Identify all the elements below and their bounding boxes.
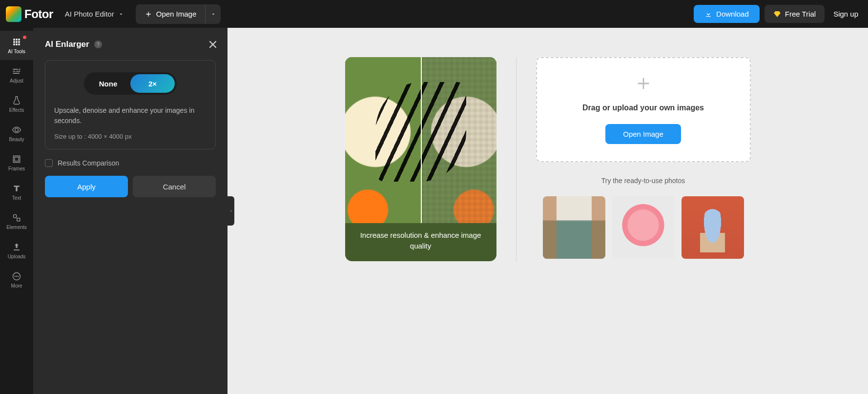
sample-thumbnails — [543, 196, 744, 259]
apply-button[interactable]: Apply — [45, 176, 128, 197]
panel-title: AI Enlarger — [45, 40, 89, 49]
open-image-label: Open Image — [156, 10, 197, 18]
more-icon — [12, 271, 21, 281]
upload-icon — [12, 242, 21, 252]
rail-text[interactable]: Text — [0, 177, 33, 207]
help-icon[interactable]: ? — [94, 41, 102, 48]
scale-segmented-control: None 2× — [84, 72, 177, 95]
sliders-icon — [12, 66, 21, 76]
enlarger-card: None 2× Upscale, denoise and enhance you… — [45, 60, 216, 149]
svg-point-6 — [16, 275, 17, 276]
size-hint: Size up to : 4000 × 4000 px — [54, 133, 207, 140]
eye-icon — [12, 125, 21, 135]
results-comparison-checkbox[interactable]: Results Comparison — [45, 159, 216, 167]
chevron-down-icon — [118, 11, 124, 17]
svg-point-7 — [18, 275, 19, 276]
brand-name: Fotor — [24, 7, 53, 21]
diamond-icon — [773, 10, 781, 18]
plus-icon — [145, 10, 152, 18]
enlarger-description: Upscale, denoise and enhance your images… — [54, 105, 207, 126]
checkbox-label: Results Comparison — [58, 159, 119, 167]
left-rail: AI Tools Adjust Effects Beauty Frames Te… — [0, 28, 33, 394]
logo-mark-icon — [6, 6, 21, 22]
checkbox-icon — [45, 159, 53, 167]
rail-label: Elements — [6, 225, 27, 230]
demo-caption: Increase resolution & enhance image qual… — [345, 223, 496, 261]
svg-rect-3 — [17, 218, 20, 221]
rail-label: Beauty — [9, 137, 24, 142]
rail-label: Text — [12, 195, 21, 201]
free-trial-label: Free Trial — [785, 10, 816, 18]
demo-comparison-image — [345, 57, 496, 223]
rail-label: AI Tools — [8, 49, 25, 54]
rail-frames[interactable]: Frames — [0, 148, 33, 177]
rail-more[interactable]: More — [0, 265, 33, 294]
top-actions: Download Free Trial Sign up — [694, 5, 862, 23]
canvas-area: Increase resolution & enhance image qual… — [227, 28, 868, 394]
sample-thumb-3[interactable] — [682, 196, 744, 259]
demo-card[interactable]: Increase resolution & enhance image qual… — [345, 57, 496, 261]
scale-option-none[interactable]: None — [86, 74, 130, 93]
rail-label: More — [11, 283, 22, 289]
svg-rect-1 — [15, 157, 19, 161]
rail-effects[interactable]: Effects — [0, 89, 33, 119]
download-button[interactable]: Download — [694, 5, 760, 23]
download-icon — [704, 10, 712, 18]
rail-label: Adjust — [10, 78, 23, 83]
plus-icon — [635, 75, 652, 92]
rail-label: Effects — [9, 107, 24, 113]
rail-beauty[interactable]: Beauty — [0, 119, 33, 148]
panel-close-button[interactable] — [207, 39, 219, 50]
rail-label: Frames — [8, 166, 25, 171]
chevron-down-icon — [210, 11, 216, 17]
close-icon — [207, 39, 219, 50]
free-trial-button[interactable]: Free Trial — [765, 5, 825, 23]
svg-point-2 — [13, 214, 17, 218]
cancel-button[interactable]: Cancel — [133, 176, 216, 197]
notification-dot-icon — [23, 36, 26, 39]
sign-up-link[interactable]: Sign up — [829, 10, 862, 18]
rail-adjust[interactable]: Adjust — [0, 60, 33, 89]
side-panel: AI Enlarger ? None 2× Upscale, denoise a… — [33, 28, 227, 394]
editor-mode-dropdown[interactable]: AI Photo Editor — [65, 10, 124, 18]
brand-logo[interactable]: Fotor — [6, 6, 53, 22]
chevron-left-icon — [229, 208, 233, 214]
rail-elements[interactable]: Elements — [0, 207, 33, 236]
editor-mode-label: AI Photo Editor — [65, 10, 114, 18]
rail-label: Uploads — [8, 254, 26, 259]
open-image-dropdown[interactable] — [205, 4, 221, 24]
rail-ai-tools[interactable]: AI Tools — [0, 31, 33, 60]
download-label: Download — [716, 10, 749, 18]
sample-thumb-2[interactable] — [612, 196, 675, 259]
upload-dropzone[interactable]: Drag or upload your own images Open Imag… — [536, 57, 751, 162]
sample-thumb-1[interactable] — [543, 196, 605, 259]
flask-icon — [12, 96, 21, 105]
text-icon — [12, 184, 21, 193]
open-image-button[interactable]: Open Image — [136, 4, 206, 24]
open-image-button[interactable]: Open Image — [605, 124, 681, 144]
sparkle-grid-icon — [12, 37, 21, 47]
svg-point-5 — [15, 275, 16, 276]
try-photos-label: Try the ready-to-use photos — [601, 177, 685, 185]
vertical-divider — [516, 57, 517, 262]
scale-option-2x[interactable]: 2× — [130, 74, 175, 93]
frame-icon — [12, 154, 21, 164]
dropzone-text: Drag or upload your own images — [582, 104, 704, 112]
shapes-icon — [12, 213, 21, 223]
rail-uploads[interactable]: Uploads — [0, 236, 33, 265]
open-image-group: Open Image — [136, 4, 221, 24]
top-bar: Fotor AI Photo Editor Open Image Downloa… — [0, 0, 868, 28]
panel-collapse-handle[interactable] — [227, 196, 234, 226]
